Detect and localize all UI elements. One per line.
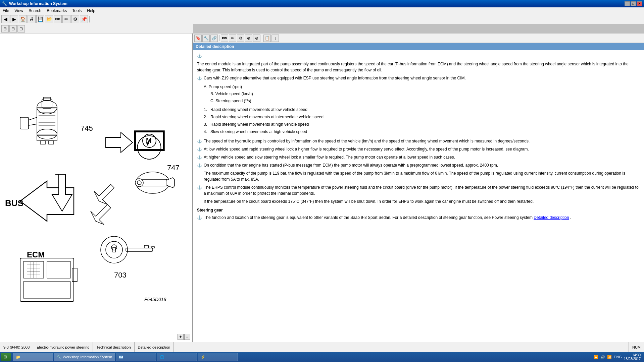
label-745: 745 — [81, 124, 93, 132]
status-section-name: Detailed description — [135, 342, 174, 352]
bookmark-icon[interactable]: 🔖 — [194, 35, 202, 42]
taskbar-app-wis[interactable]: 🔧 Workshop Information System — [54, 353, 115, 361]
gear-doc-button[interactable]: ⚙ — [237, 35, 244, 42]
zoom-in-doc-button[interactable]: ⊕ — [245, 35, 252, 42]
tray-volume-icon[interactable]: 🔊 — [600, 355, 605, 359]
svg-rect-46 — [72, 268, 77, 282]
svg-rect-1 — [37, 107, 57, 134]
tray-arrow-icon[interactable]: 🔼 — [594, 355, 598, 359]
pid-button[interactable]: PID — [54, 15, 62, 23]
toolbar-separator — [89, 16, 90, 22]
home-button[interactable]: 🏠 — [19, 15, 27, 23]
motor-component: M — [134, 131, 164, 159]
menu-help[interactable]: Help — [84, 8, 98, 14]
menu-tools[interactable]: Tools — [69, 8, 84, 14]
steering-gear-section: Steering gear — [197, 207, 640, 213]
menu-bookmarks[interactable]: Bookmarks — [44, 8, 69, 14]
download-doc-button[interactable]: ↓ — [271, 35, 279, 42]
svg-rect-8 — [37, 136, 57, 141]
note3-text: At low vehicle speed and rapid steering … — [204, 146, 529, 152]
steering-gear-header: Steering gear — [197, 208, 223, 213]
note7-text: The function and location of the steerin… — [204, 215, 571, 221]
pin-button[interactable]: 📌 — [80, 15, 88, 23]
view-list-button[interactable]: ⊟ — [9, 25, 17, 33]
taskbar-app-ie[interactable]: 🌐 — [157, 353, 197, 361]
statusbar: 9-3 (9440) 2008 Electro-hydraulic power … — [0, 342, 644, 352]
title-left: 🔧 Workshop Information System — [2, 1, 67, 6]
svg-rect-37 — [47, 261, 70, 278]
folder-icon: 📁 — [16, 355, 20, 359]
para1-box: The maximum capacity of the pump is 119 … — [204, 170, 640, 182]
para2-text: If the temperature on the circuit board … — [204, 198, 534, 204]
svg-rect-7 — [20, 117, 29, 129]
edit-button[interactable]: ✏ — [62, 15, 70, 23]
note6-text: The EHPS control module continuously mon… — [204, 184, 640, 196]
status-type: Technical description — [93, 342, 134, 352]
app-title: Workshop Information System — [9, 1, 67, 6]
doc-title-bar: Detailed description — [193, 43, 644, 50]
menu-view[interactable]: View — [12, 8, 26, 14]
zoom-out-doc-button[interactable]: ⊖ — [253, 35, 260, 42]
svg-point-28 — [106, 241, 122, 258]
taskbar-app-extra[interactable]: ⚡ — [198, 353, 238, 361]
ie-icon: 🌐 — [160, 355, 164, 359]
close-button[interactable]: ✕ — [637, 1, 642, 6]
doc-toolbar: 🔖 🔧 🔗 PID ✏ ⚙ ⊕ ⊖ 📋 ↓ — [193, 34, 644, 43]
label-ecm: ECM — [27, 250, 45, 259]
app-icon: 🔧 — [2, 1, 7, 6]
taskbar-tray: 🔼 🔊 📶 ENG 14:30 18/03/2017 — [594, 353, 643, 361]
wis-icon: 🔧 — [57, 355, 61, 359]
wrench-icon[interactable]: 🔧 — [202, 35, 210, 42]
menubar: File View Search Bookmarks Tools Help — [0, 7, 644, 14]
note6-box: ⚓ The EHPS control module continuously m… — [197, 184, 640, 196]
para1-text: The maximum capacity of the pump is 119 … — [204, 170, 640, 182]
print-button[interactable]: 🖨 — [28, 15, 36, 23]
label-f645d018: F645D018 — [144, 297, 166, 302]
forward-button[interactable]: ▶ — [10, 15, 18, 23]
print-doc-button[interactable]: 📋 — [263, 35, 271, 42]
wrench-component — [135, 172, 175, 193]
back-button[interactable]: ◀ — [1, 15, 9, 23]
status-num: NUM — [629, 342, 644, 352]
settings-button[interactable]: ⚙ — [71, 15, 79, 23]
note-anchor: ⚓ — [197, 53, 640, 59]
taskbar-app-explorer[interactable]: 📁 — [13, 353, 53, 361]
start-button[interactable]: ⊞ — [1, 353, 11, 361]
view-tree-button[interactable]: ⊞ — [1, 25, 9, 33]
speed-list: A. Pump speed (rpm) B. Vehicle speed (km… — [204, 84, 640, 104]
window-controls: – □ ✕ — [625, 1, 642, 6]
pump-component — [20, 97, 57, 144]
zoom-in-button[interactable]: + — [178, 334, 184, 340]
edit-doc-button[interactable]: ✏ — [229, 35, 236, 42]
svg-rect-10 — [49, 141, 54, 144]
document-pane: Detailed description ⚓ The control modul… — [193, 43, 644, 342]
detailed-description-link[interactable]: Detailed description — [534, 215, 569, 220]
tray-network-icon[interactable]: 📶 — [607, 355, 612, 359]
label-747: 747 — [167, 164, 180, 172]
save-button[interactable]: 💾 — [36, 15, 44, 23]
doc-toolbar-sep2 — [262, 35, 262, 41]
note5-text: On condition that the car engine has sta… — [204, 162, 498, 168]
note1-text: Cars with Z19 engine alternative that ar… — [204, 75, 466, 81]
taskbar-app-outlook[interactable]: 📧 — [116, 353, 156, 361]
diagram-pane: 745 M BUS — [0, 34, 193, 342]
link-icon[interactable]: 🔗 — [210, 35, 218, 42]
pid-doc-button[interactable]: PID — [221, 35, 228, 42]
ecm-component — [20, 258, 77, 302]
open-button[interactable]: 📂 — [45, 15, 53, 23]
note2-icon: ⚓ — [197, 138, 202, 144]
list-item-a: A. Pump speed (rpm) — [204, 84, 640, 90]
menu-search[interactable]: Search — [26, 8, 44, 14]
maximize-button[interactable]: □ — [631, 1, 636, 6]
svg-point-27 — [101, 236, 128, 263]
status-model: 9-3 (9440) 2008 — [0, 342, 33, 352]
arrow-upper-right — [94, 184, 114, 204]
view-detail-button[interactable]: ⊡ — [17, 25, 25, 33]
menu-file[interactable]: File — [0, 8, 12, 14]
minimize-button[interactable]: – — [625, 1, 630, 6]
diagram-svg: 745 M BUS — [0, 34, 193, 342]
zoom-out-button[interactable]: – — [184, 334, 190, 340]
secondary-toolbar: ⊞ ⊟ ⊡ — [0, 24, 193, 34]
clock: 14:30 18/03/2017 — [624, 353, 641, 361]
arrow-right — [106, 132, 133, 153]
